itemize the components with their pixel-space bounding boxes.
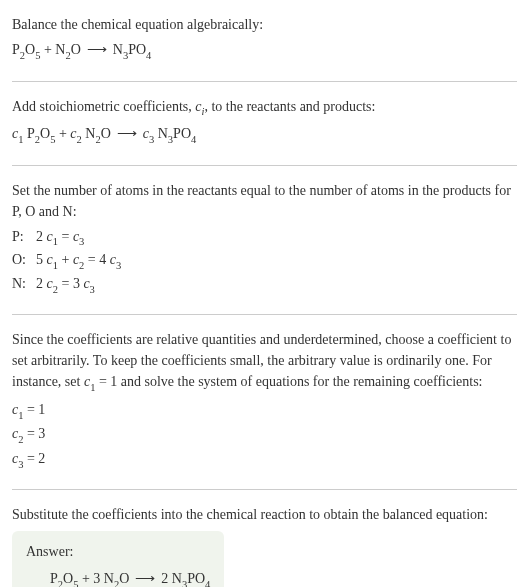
divider [12, 165, 517, 166]
section-answer: Substitute the coefficients into the che… [12, 498, 517, 587]
solve-text: Since the coefficients are relative quan… [12, 329, 517, 395]
arrow-icon: ⟶ [81, 41, 113, 57]
section-coefficients: Add stoichiometric coefficients, ci, to … [12, 90, 517, 157]
arrow-icon: ⟶ [111, 125, 143, 141]
product-1: N3PO4 [113, 42, 152, 57]
section-problem: Balance the chemical equation algebraica… [12, 8, 517, 73]
element-label: N: [12, 273, 36, 297]
plus: + [40, 42, 55, 57]
coeff-equation: c1 P2O5 + c2 N2O⟶c3 N3PO4 [12, 123, 517, 147]
table-row: N: 2 c2 = 3 c3 [12, 273, 121, 297]
balance-equation: 5 c1 + c2 = 4 c3 [36, 249, 121, 273]
arrow-icon: ⟶ [129, 570, 161, 586]
atom-balance-title: Set the number of atoms in the reactants… [12, 180, 517, 222]
table-row: P: 2 c1 = c3 [12, 226, 121, 250]
list-item: c3 = 2 [12, 448, 517, 472]
answer-label: Answer: [26, 541, 210, 562]
answer-title: Substitute the coefficients into the che… [12, 504, 517, 525]
problem-title: Balance the chemical equation algebraica… [12, 14, 517, 35]
answer-box: Answer: P2O5 + 3 N2O⟶2 N3PO4 [12, 531, 224, 587]
element-label: O: [12, 249, 36, 273]
reactant-1: P2O5 [12, 42, 40, 57]
divider [12, 489, 517, 490]
table-row: O: 5 c1 + c2 = 4 c3 [12, 249, 121, 273]
list-item: c2 = 3 [12, 423, 517, 447]
unbalanced-equation: P2O5 + N2O⟶N3PO4 [12, 39, 517, 63]
divider [12, 314, 517, 315]
coeff-title: Add stoichiometric coefficients, ci, to … [12, 96, 517, 120]
section-solve: Since the coefficients are relative quan… [12, 323, 517, 481]
section-atom-balance: Set the number of atoms in the reactants… [12, 174, 517, 307]
atom-balance-table: P: 2 c1 = c3 O: 5 c1 + c2 = 4 c3 N: 2 c2… [12, 226, 121, 297]
reactant-2: N2O [55, 42, 81, 57]
coefficient-solutions: c1 = 1 c2 = 3 c3 = 2 [12, 399, 517, 472]
divider [12, 81, 517, 82]
balance-equation: 2 c2 = 3 c3 [36, 273, 121, 297]
balance-equation: 2 c1 = c3 [36, 226, 121, 250]
balanced-equation: P2O5 + 3 N2O⟶2 N3PO4 [26, 568, 210, 587]
list-item: c1 = 1 [12, 399, 517, 423]
element-label: P: [12, 226, 36, 250]
